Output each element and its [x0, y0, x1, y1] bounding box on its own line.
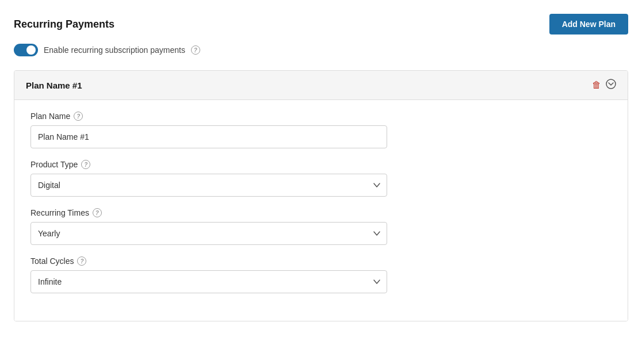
- recurring-times-label-text: Recurring Times: [30, 208, 89, 217]
- plan-name-help-icon[interactable]: ?: [74, 112, 83, 121]
- toggle-label: Enable recurring subscription payments: [44, 45, 185, 55]
- total-cycles-help-icon[interactable]: ?: [77, 256, 86, 266]
- plan-card-body: Plan Name ? Product Type ? Digital Physi…: [14, 100, 628, 321]
- product-type-help-icon[interactable]: ?: [81, 160, 90, 169]
- svg-point-0: [606, 79, 616, 89]
- total-cycles-label-text: Total Cycles: [30, 256, 74, 266]
- product-type-group: Product Type ? Digital Physical Service: [30, 160, 612, 197]
- recurring-times-group: Recurring Times ? Daily Weekly Monthly Y…: [30, 208, 612, 245]
- product-type-select-wrapper: Digital Physical Service: [30, 174, 387, 197]
- total-cycles-group: Total Cycles ? Infinite 1 2 3 6 12: [30, 256, 612, 293]
- page-header: Recurring Payments Add New Plan: [14, 14, 628, 35]
- toggle-track: [14, 44, 38, 56]
- plan-card-actions: 🗑: [592, 79, 616, 91]
- toggle-thumb: [26, 45, 36, 55]
- recurring-times-help-icon[interactable]: ?: [93, 208, 102, 217]
- plan-name-label-text: Plan Name: [30, 112, 70, 121]
- delete-plan-icon[interactable]: 🗑: [592, 80, 601, 90]
- plan-card-header: Plan Name #1 🗑: [14, 71, 628, 100]
- product-type-label-text: Product Type: [30, 160, 78, 169]
- toggle-help-icon[interactable]: ?: [191, 45, 200, 55]
- plan-card: Plan Name #1 🗑 Plan Name ?: [14, 70, 628, 321]
- total-cycles-select[interactable]: Infinite 1 2 3 6 12: [30, 270, 387, 293]
- page-container: Recurring Payments Add New Plan Enable r…: [0, 0, 642, 364]
- recurring-times-label: Recurring Times ?: [30, 208, 612, 217]
- toggle-row: Enable recurring subscription payments ?: [14, 44, 628, 56]
- product-type-label: Product Type ?: [30, 160, 612, 169]
- add-new-plan-button[interactable]: Add New Plan: [549, 14, 628, 35]
- product-type-select[interactable]: Digital Physical Service: [30, 174, 387, 197]
- recurring-times-select[interactable]: Daily Weekly Monthly Yearly: [30, 222, 387, 245]
- total-cycles-select-wrapper: Infinite 1 2 3 6 12: [30, 270, 387, 293]
- plan-name-input[interactable]: [30, 125, 387, 148]
- collapse-plan-icon[interactable]: [606, 79, 616, 91]
- plan-name-group: Plan Name ?: [30, 112, 612, 148]
- plan-name-label: Plan Name ?: [30, 112, 612, 121]
- recurring-payments-toggle[interactable]: [14, 44, 38, 56]
- recurring-times-select-wrapper: Daily Weekly Monthly Yearly: [30, 222, 387, 245]
- total-cycles-label: Total Cycles ?: [30, 256, 612, 266]
- page-title: Recurring Payments: [14, 18, 114, 30]
- plan-card-title: Plan Name #1: [26, 81, 82, 90]
